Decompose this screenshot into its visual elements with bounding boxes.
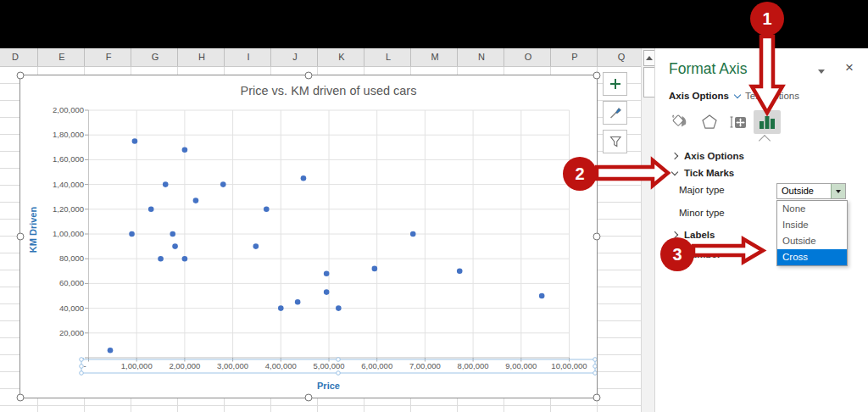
x-tick-label[interactable]: 3,00,000 <box>217 361 248 370</box>
data-point[interactable] <box>220 181 226 187</box>
x-tick-label[interactable]: 2,00,000 <box>169 361 200 370</box>
data-point[interactable] <box>253 243 259 249</box>
column-header-F[interactable]: F <box>86 48 131 66</box>
x-tick-label[interactable]: 4,00,000 <box>265 361 297 370</box>
data-point[interactable] <box>264 207 270 213</box>
column-header-I[interactable]: I <box>225 48 271 66</box>
axis-selection-handle[interactable] <box>593 365 597 369</box>
data-point[interactable] <box>324 289 330 295</box>
chart-elements-button[interactable] <box>603 72 627 96</box>
fill-line-tab[interactable] <box>667 110 694 134</box>
scroll-up-button[interactable] <box>643 50 655 66</box>
x-tick-label[interactable]: - <box>83 361 86 370</box>
major-type-dropdown[interactable]: Outside <box>776 183 846 199</box>
chart-selection-handle[interactable] <box>305 72 313 80</box>
chart-selection-handle[interactable] <box>17 233 25 241</box>
tab-axis-options[interactable]: Axis Options <box>669 91 740 101</box>
section-axis-options[interactable]: Axis Options <box>672 151 744 161</box>
axis-selection-handle[interactable] <box>80 365 84 369</box>
format-axis-pane: Format Axis Axis Options Text Options <box>654 48 868 412</box>
data-point[interactable] <box>132 138 138 144</box>
data-point[interactable] <box>182 256 188 262</box>
chart-selection-handle[interactable] <box>593 233 601 241</box>
up-arrow-icon <box>646 56 653 60</box>
y-axis-title[interactable]: KM Driven <box>28 187 38 272</box>
data-point[interactable] <box>278 305 284 311</box>
data-point[interactable] <box>193 198 199 203</box>
close-icon[interactable] <box>845 60 854 75</box>
x-tick-label[interactable]: 1,00,000 <box>121 361 153 370</box>
column-header-G[interactable]: G <box>132 48 178 66</box>
column-header-E[interactable]: E <box>39 48 85 66</box>
chart-styles-button[interactable] <box>603 101 627 125</box>
axis-selection-handle[interactable] <box>593 358 597 362</box>
vertical-scrollbar[interactable] <box>641 48 654 412</box>
chart-title[interactable]: Price vs. KM driven of used cars <box>88 84 569 97</box>
data-point[interactable] <box>295 299 301 305</box>
column-header-K[interactable]: K <box>319 48 364 66</box>
chart-filters-button[interactable] <box>603 130 627 153</box>
x-tick-label[interactable]: 6,00,000 <box>361 361 392 370</box>
tab-text-options[interactable]: Text Options <box>745 91 799 101</box>
data-point[interactable] <box>301 175 307 181</box>
chart-plot-svg: -1,00,0002,00,0003,00,0004,00,0005,00,00… <box>20 75 597 398</box>
chart-selection-handle[interactable] <box>17 394 25 402</box>
dropdown-option-none[interactable]: None <box>777 201 847 217</box>
y-tick-label: 1,20,000 <box>53 204 84 214</box>
chart-axis-options-tab[interactable] <box>754 110 781 134</box>
chart-selection-handle[interactable] <box>593 394 601 402</box>
chart-selection-handle[interactable] <box>593 72 601 80</box>
data-point[interactable] <box>336 305 342 311</box>
axis-selection-handle[interactable] <box>593 371 597 376</box>
column-header-L[interactable]: L <box>365 48 411 66</box>
axis-selection-handle[interactable] <box>80 371 84 376</box>
axis-selection-handle[interactable] <box>80 358 84 362</box>
data-point[interactable] <box>182 147 188 153</box>
column-header-J[interactable]: J <box>272 48 318 66</box>
data-point[interactable] <box>148 207 154 213</box>
data-point[interactable] <box>129 231 135 237</box>
dropdown-option-cross[interactable]: Cross <box>777 249 847 265</box>
chart-selection-handle[interactable] <box>305 394 313 402</box>
data-point[interactable] <box>539 293 545 299</box>
column-header-M[interactable]: M <box>412 48 458 66</box>
data-point[interactable] <box>410 231 416 237</box>
column-header-D[interactable]: D <box>0 48 38 66</box>
x-tick-label[interactable]: 5,00,000 <box>314 361 345 370</box>
data-point[interactable] <box>163 181 169 187</box>
x-tick-label[interactable]: 10,00,000 <box>551 361 587 370</box>
x-tick-label[interactable]: 8,00,000 <box>458 361 489 370</box>
y-tick-label: 1,60,000 <box>53 154 84 164</box>
pane-menu-caret-icon[interactable] <box>818 70 825 74</box>
data-point[interactable] <box>158 256 164 262</box>
chart-object[interactable]: -1,00,0002,00,0003,00,0004,00,0005,00,00… <box>19 75 598 398</box>
column-header-N[interactable]: N <box>459 48 504 66</box>
column-header-O[interactable]: O <box>505 48 551 66</box>
x-axis-title[interactable]: Price <box>88 381 569 391</box>
chart-selection-handle[interactable] <box>17 72 25 80</box>
axis-selection-handle[interactable] <box>337 358 341 362</box>
data-point[interactable] <box>372 266 378 272</box>
size-properties-tab[interactable] <box>725 110 752 134</box>
data-point[interactable] <box>170 231 175 237</box>
dropdown-option-outside[interactable]: Outside <box>777 233 847 249</box>
data-point[interactable] <box>172 243 178 249</box>
data-point[interactable] <box>108 348 114 354</box>
dropdown-button[interactable] <box>831 184 845 198</box>
column-header-P[interactable]: P <box>552 48 598 66</box>
column-header-H[interactable]: H <box>179 48 225 66</box>
axis-selection-handle[interactable] <box>337 371 341 376</box>
major-type-dropdown-list: NoneInsideOutsideCross <box>776 200 848 266</box>
x-tick-label[interactable]: 7,00,000 <box>409 361 441 370</box>
section-tick-marks[interactable]: Tick Marks <box>672 168 734 178</box>
tab-axis-options-label: Axis Options <box>669 91 729 101</box>
data-point[interactable] <box>324 270 330 276</box>
effects-tab[interactable] <box>696 110 723 134</box>
dropdown-option-inside[interactable]: Inside <box>777 217 847 233</box>
section-labels-label: Labels <box>684 230 715 240</box>
data-point[interactable] <box>457 269 463 275</box>
x-tick-label[interactable]: 9,00,000 <box>505 361 537 370</box>
scrollbar-thumb[interactable] <box>643 67 655 97</box>
column-headers[interactable]: DEFGHIJKLMNOPQ <box>0 48 641 67</box>
column-header-Q[interactable]: Q <box>598 48 644 66</box>
